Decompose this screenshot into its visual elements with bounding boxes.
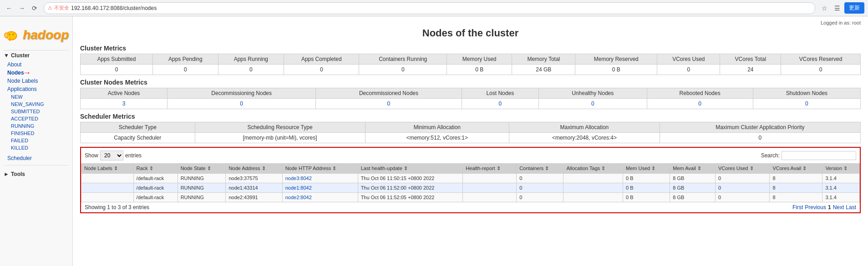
th-mem-used[interactable]: Mem Used ⇕: [623, 164, 670, 174]
forward-button[interactable]: →: [16, 3, 27, 14]
val-active-nodes[interactable]: 3: [81, 99, 168, 109]
th-allocation-tags[interactable]: Allocation Tags ⇕: [563, 164, 623, 174]
cell-allocation-tags-1: [563, 174, 623, 183]
cell-node-state-1: RUNNING: [178, 174, 226, 183]
table-row: /default-rack RUNNING node2:43991 node2:…: [81, 193, 860, 202]
star-button[interactable]: ☆: [819, 3, 830, 14]
sidebar-item-failed[interactable]: FAILED: [0, 137, 72, 144]
sidebar-item-killed[interactable]: KILLED: [0, 144, 72, 151]
cell-node-http-address-1[interactable]: node3:8042: [282, 174, 358, 183]
cell-node-http-address-3[interactable]: node2:8042: [282, 193, 358, 202]
col-memory-used: Memory Used: [447, 54, 512, 65]
sidebar-item-new-saving[interactable]: NEW_SAVING: [0, 100, 72, 108]
table-row: /default-rack RUNNING node1:43314 node1:…: [81, 183, 860, 193]
search-input[interactable]: [782, 151, 856, 160]
cluster-nodes-metrics-header: Cluster Nodes Metrics: [80, 79, 861, 86]
th-rack[interactable]: Rack ⇕: [133, 164, 178, 174]
extensions-button[interactable]: ☰: [832, 3, 843, 14]
val-shutdown-nodes[interactable]: 0: [753, 99, 860, 109]
cell-mem-used-2: 0 B: [623, 183, 670, 193]
col-vcores-total: VCores Total: [720, 54, 781, 65]
update-button[interactable]: 更新: [844, 2, 864, 14]
sidebar-item-finished[interactable]: FINISHED: [0, 130, 72, 137]
val-decommissioning-nodes[interactable]: 0: [168, 99, 316, 109]
cell-node-address-3: node2:43991: [226, 193, 282, 202]
val-max-cluster-app-priority: 0: [660, 133, 860, 143]
sidebar-item-submitted[interactable]: SUBMITTED: [0, 108, 72, 115]
logo-area: hadoop: [0, 20, 72, 50]
val-decommissioned-nodes[interactable]: 0: [316, 99, 462, 109]
val-memory-total: 24 GB: [512, 65, 575, 75]
cell-version-2: 3.1.4: [822, 183, 860, 193]
th-node-http-address[interactable]: Node HTTP Address ⇕: [282, 164, 358, 174]
cell-vcores-avail-1: 8: [770, 174, 822, 183]
th-node-labels[interactable]: Node Labels ⇕: [81, 164, 134, 174]
th-mem-avail[interactable]: Mem Avail ⇕: [670, 164, 716, 174]
search-box: Search:: [761, 151, 856, 160]
col-scheduling-resource-type: Scheduling Resource Type: [195, 122, 365, 133]
cell-last-health-update-2: Thu Oct 06 11:52:00 +0800 2022: [358, 183, 463, 193]
cell-node-http-address-2[interactable]: node1:8042: [282, 183, 358, 193]
entries-select[interactable]: 10 20 25 50 100: [100, 151, 123, 161]
col-active-nodes: Active Nodes: [81, 88, 168, 99]
cluster-nodes-metrics-table: Active Nodes Decommissioning Nodes Decom…: [80, 88, 861, 109]
val-rebooted-nodes[interactable]: 0: [647, 99, 753, 109]
back-button[interactable]: ←: [4, 3, 15, 14]
table-controls: Show 10 20 25 50 100 entries Search:: [81, 148, 860, 163]
reload-button[interactable]: ⟳: [29, 3, 40, 14]
cell-vcores-used-3: 0: [716, 193, 770, 202]
val-apps-completed: 0: [284, 65, 359, 75]
page-last[interactable]: Last: [846, 204, 856, 211]
cell-mem-used-1: 0 B: [623, 174, 670, 183]
cell-vcores-used-2: 0: [716, 183, 770, 193]
th-vcores-used[interactable]: VCores Used ⇕: [716, 164, 770, 174]
cell-health-report-2: [463, 183, 517, 193]
scheduler-metrics-table: Scheduler Type Scheduling Resource Type …: [80, 122, 861, 143]
th-last-health-update[interactable]: Last health-update ⇕: [358, 164, 463, 174]
sidebar-item-about[interactable]: About: [0, 60, 72, 69]
cell-mem-used-3: 0 B: [623, 193, 670, 202]
showing-text: Showing 1 to 3 of 3 entries: [85, 204, 149, 211]
col-scheduler-type: Scheduler Type: [81, 122, 195, 133]
cluster-section-header[interactable]: ▼ Cluster: [0, 50, 72, 60]
sidebar-item-accepted[interactable]: ACCEPTED: [0, 115, 72, 122]
cluster-metrics-table: Apps Submitted Apps Pending Apps Running…: [80, 54, 861, 75]
hadoop-logo: [4, 24, 19, 46]
val-minimum-allocation: <memory:512, vCores:1>: [365, 133, 509, 143]
table-row: /default-rack RUNNING node3:37575 node3:…: [81, 174, 860, 183]
th-node-address[interactable]: Node Address ⇕: [226, 164, 282, 174]
cell-last-health-update-3: Thu Oct 06 11:52:05 +0800 2022: [358, 193, 463, 202]
tools-section-header[interactable]: ► Tools: [0, 169, 72, 179]
page-title: Nodes of the cluster: [80, 27, 861, 39]
col-decommissioned-nodes: Decommissioned Nodes: [316, 88, 462, 99]
sidebar-item-applications[interactable]: Applications: [0, 85, 72, 93]
sidebar-item-running[interactable]: RUNNING: [0, 122, 72, 130]
val-vcores-used: 0: [657, 65, 720, 75]
cluster-toggle-icon: ▼: [4, 52, 9, 59]
col-apps-completed: Apps Completed: [284, 54, 359, 65]
sidebar-item-node-labels[interactable]: Node Labels: [0, 77, 72, 85]
nodes-data-table-container: Show 10 20 25 50 100 entries Search:: [80, 147, 861, 213]
th-version[interactable]: Version ⇕: [822, 164, 860, 174]
col-memory-reserved: Memory Reserved: [575, 54, 657, 65]
col-shutdown-nodes: Shutdown Nodes: [753, 88, 860, 99]
th-health-report[interactable]: Health-report ⇕: [463, 164, 517, 174]
val-apps-running: 0: [218, 65, 284, 75]
val-scheduling-resource-type: [memory-mb (unit=Mi), vcores]: [195, 133, 365, 143]
cell-vcores-used-1: 0: [716, 174, 770, 183]
val-lost-nodes[interactable]: 0: [462, 99, 538, 109]
th-containers[interactable]: Containers ⇕: [517, 164, 563, 174]
sidebar-item-scheduler[interactable]: Scheduler: [0, 154, 72, 162]
th-vcores-avail[interactable]: VCores Avail ⇕: [770, 164, 822, 174]
page-previous[interactable]: Previous: [805, 204, 826, 211]
val-vcores-total: 24: [720, 65, 781, 75]
page-next[interactable]: Next: [833, 204, 844, 211]
url-bar[interactable]: 192.168.40.172:8088/cluster/nodes: [71, 5, 811, 11]
val-unhealthy-nodes[interactable]: 0: [538, 99, 647, 109]
col-max-cluster-app-priority: Maximum Cluster Application Priority: [660, 122, 860, 133]
cell-node-state-2: RUNNING: [178, 183, 226, 193]
cell-node-address-1: node3:37575: [226, 174, 282, 183]
th-node-state[interactable]: Node State ⇕: [178, 164, 226, 174]
sidebar-item-new[interactable]: NEW: [0, 93, 72, 100]
page-first[interactable]: First: [792, 204, 803, 211]
